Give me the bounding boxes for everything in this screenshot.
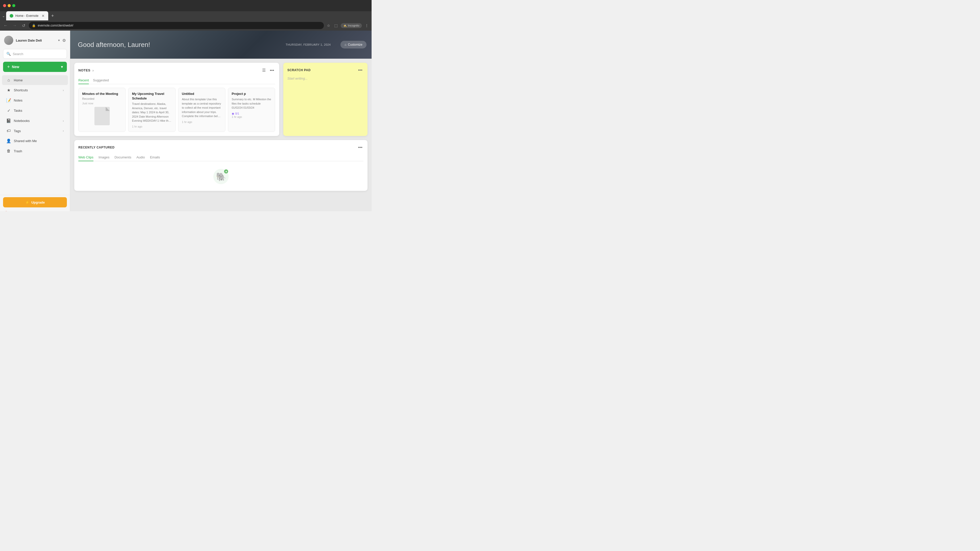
svg-text:★: ★ xyxy=(225,170,227,173)
sidebar-item-shared[interactable]: 👤 Shared with Me xyxy=(2,136,68,146)
new-button-label: New xyxy=(12,65,19,69)
shortcuts-icon: ★ xyxy=(6,88,11,93)
tab-favicon xyxy=(10,14,13,17)
customize-label: Customize xyxy=(348,43,363,46)
notes-widget-header: NOTES › ☰ ••• xyxy=(78,67,275,74)
sidebar-bottom: ⚡ Upgrade ❓ Need a little help? xyxy=(0,195,70,211)
new-tab-button[interactable]: + xyxy=(49,12,56,20)
greeting: Good afternoon, Lauren! xyxy=(78,41,150,49)
browser-actions: ☆ ⬚ 🕵 Incognito ⋮ xyxy=(326,22,369,29)
notes-widget-arrow[interactable]: › xyxy=(92,68,94,73)
sidebar-user-row: Lauren Dale Deli ▾ ⚙ xyxy=(0,34,70,48)
note-card-3[interactable]: Project p Summary to etc. M Mileston the… xyxy=(228,88,275,132)
split-view-button[interactable]: ⬚ xyxy=(333,22,339,29)
browser-window-controls xyxy=(0,0,372,11)
customize-icon: ⌂ xyxy=(345,43,346,46)
note-card-body: Travel destinations: Alaska, America, De… xyxy=(132,102,172,123)
settings-button[interactable]: ⚙ xyxy=(62,38,66,43)
scratch-pad-title: SCRATCH PAD xyxy=(287,68,310,72)
tab-suggested[interactable]: Suggested xyxy=(93,77,109,84)
sidebar-item-tags[interactable]: 🏷 Tags › xyxy=(2,126,68,136)
note-card-body: About this template Use this template as… xyxy=(182,97,221,118)
forward-button[interactable]: → xyxy=(11,22,18,29)
new-chevron-icon: ▾ xyxy=(61,65,63,69)
bookmark-button[interactable]: ☆ xyxy=(326,22,331,29)
menu-button[interactable]: ⋮ xyxy=(364,22,369,29)
captured-tabs: Web Clips Images Documents Audio Emails xyxy=(78,154,363,161)
incognito-label: Incognito xyxy=(348,24,360,27)
note-card-1[interactable]: My Upcoming Travel Schedule Travel desti… xyxy=(128,88,175,132)
captured-more-button[interactable]: ••• xyxy=(357,144,363,151)
search-label: Search xyxy=(13,52,23,56)
captured-content: 🐘 ★ xyxy=(78,161,363,187)
notes-widget: NOTES › ☰ ••• Recent Suggested Minutes xyxy=(74,63,279,136)
captured-tab-images[interactable]: Images xyxy=(99,154,110,161)
badge-value: 0/1 xyxy=(235,112,239,115)
content-area: NOTES › ☰ ••• Recent Suggested Minutes xyxy=(70,59,372,140)
upgrade-button[interactable]: ⚡ Upgrade xyxy=(3,197,67,207)
captured-tab-emails[interactable]: Emails xyxy=(150,154,160,161)
user-chevron-icon[interactable]: ▾ xyxy=(58,38,60,42)
badge-icon: ◉ xyxy=(232,112,234,115)
sidebar-item-tasks[interactable]: ✓ Tasks xyxy=(2,106,68,116)
sidebar-item-label: Shared with Me xyxy=(14,139,37,143)
note-card-time: 1 hr ago xyxy=(232,115,271,118)
hero-header: Good afternoon, Lauren! THURSDAY, FEBRUA… xyxy=(70,30,372,59)
active-tab[interactable]: Home - Evernote ✕ xyxy=(6,11,48,21)
reload-button[interactable]: ↺ xyxy=(21,22,27,29)
expand-icon: › xyxy=(63,89,64,92)
scratch-pad-body[interactable]: Start writing... xyxy=(287,76,363,80)
search-icon: 🔍 xyxy=(6,52,11,56)
date-display: THURSDAY, FEBRUARY 1, 2024 xyxy=(286,43,331,46)
note-card-time: 1 hr ago xyxy=(182,121,221,124)
tags-icon: 🏷 xyxy=(6,129,11,133)
search-button[interactable]: 🔍 Search xyxy=(3,49,67,59)
sidebar-item-label: Notebooks xyxy=(14,119,30,123)
avatar xyxy=(4,36,13,45)
sidebar-item-home[interactable]: ⌂ Home xyxy=(2,75,68,85)
notes-more-button[interactable]: ••• xyxy=(269,67,275,74)
captured-empty-illustration: 🐘 ★ xyxy=(211,166,231,187)
captured-header: RECENTLY CAPTURED ••• xyxy=(78,144,363,151)
note-card-0[interactable]: Minutes of the Meeting Recorded Just now xyxy=(78,88,126,132)
address-text: evernote.com/client/web#/ xyxy=(38,24,73,27)
nav-items: ⌂ Home ★ Shortcuts › 📝 Notes ✓ Tasks 📓 N… xyxy=(0,75,70,193)
sidebar: Lauren Dale Deli ▾ ⚙ 🔍 Search + New ▾ ⌂ … xyxy=(0,30,70,211)
sidebar-item-label: Tasks xyxy=(14,109,22,113)
captured-tab-webclips[interactable]: Web Clips xyxy=(78,154,94,161)
scratch-pad-header: SCRATCH PAD ••• xyxy=(287,67,363,73)
address-bar-row: ← → ↺ 🔒 evernote.com/client/web#/ ☆ ⬚ 🕵 … xyxy=(0,21,372,30)
tab-switcher-button[interactable]: ⌄ xyxy=(2,14,5,18)
sidebar-item-label: Home xyxy=(14,78,23,82)
captured-tab-documents[interactable]: Documents xyxy=(115,154,131,161)
note-card-2[interactable]: Untitled About this template Use this te… xyxy=(178,88,225,132)
main-content: Good afternoon, Lauren! THURSDAY, FEBRUA… xyxy=(70,30,372,211)
sidebar-item-notebooks[interactable]: 📓 Notebooks › xyxy=(2,116,68,126)
tasks-icon: ✓ xyxy=(6,108,11,113)
scratch-pad-more-button[interactable]: ••• xyxy=(357,67,363,73)
captured-tab-audio[interactable]: Audio xyxy=(136,154,145,161)
tab-recent[interactable]: Recent xyxy=(78,77,89,84)
sidebar-item-shortcuts[interactable]: ★ Shortcuts › xyxy=(2,85,68,95)
notebooks-icon: 📓 xyxy=(6,118,11,123)
expand-icon: › xyxy=(63,129,64,133)
back-button[interactable]: ← xyxy=(2,22,9,29)
note-progress-badge: ◉ 0/1 xyxy=(232,112,271,115)
scratch-pad-widget: SCRATCH PAD ••• Start writing... xyxy=(283,63,368,136)
notes-widget-title: NOTES xyxy=(78,68,90,72)
customize-button[interactable]: ⌂ Customize xyxy=(340,41,366,48)
help-button[interactable]: ❓ Need a little help? xyxy=(3,210,67,211)
tab-close-button[interactable]: ✕ xyxy=(41,14,45,18)
notes-list-view-button[interactable]: ☰ xyxy=(261,67,267,74)
note-card-time: 1 hr ago xyxy=(132,125,172,128)
tab-title: Home - Evernote xyxy=(15,14,38,17)
browser-tab-bar: ⌄ Home - Evernote ✕ + xyxy=(0,11,372,21)
sidebar-item-notes[interactable]: 📝 Notes xyxy=(2,95,68,105)
note-card-title: Project p xyxy=(232,92,271,96)
sidebar-item-trash[interactable]: 🗑 Trash xyxy=(2,146,68,156)
app-container: Lauren Dale Deli ▾ ⚙ 🔍 Search + New ▾ ⌂ … xyxy=(0,30,372,211)
note-card-title: My Upcoming Travel Schedule xyxy=(132,92,172,101)
new-button[interactable]: + New ▾ xyxy=(3,62,67,72)
sidebar-item-label: Shortcuts xyxy=(14,88,28,92)
address-bar[interactable]: 🔒 evernote.com/client/web#/ xyxy=(29,22,324,29)
